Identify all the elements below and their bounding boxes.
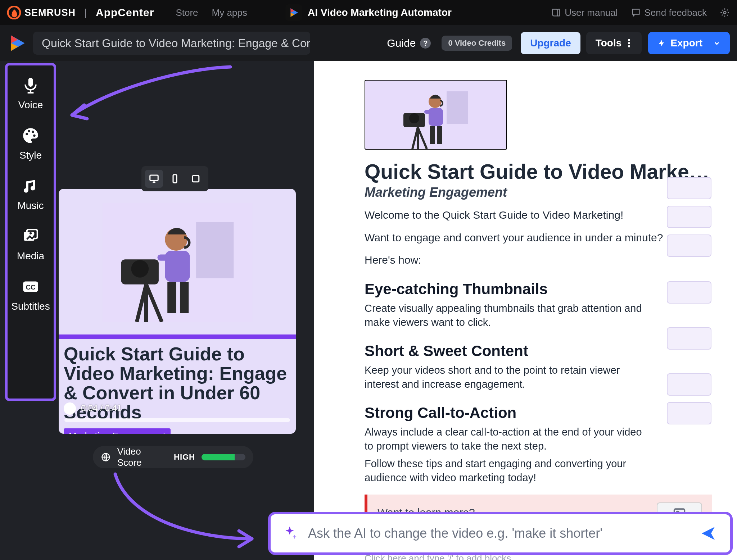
left-edit-rail: Voice Style Music Media CC Subtitles (5, 63, 56, 401)
hero-illustration (393, 81, 479, 149)
send-feedback-link[interactable]: Send feedback (631, 7, 707, 18)
doc-paragraph[interactable]: Follow these tips and start engaging and… (365, 457, 652, 485)
doc-paragraph[interactable]: Welcome to the Quick Start Guide to Vide… (365, 208, 663, 223)
nav-store[interactable]: Store (176, 7, 198, 18)
doc-paragraph[interactable]: Create visually appealing thumbnails tha… (365, 301, 652, 329)
ai-ask-input[interactable] (308, 526, 697, 541)
rail-media-label: Media (17, 250, 44, 262)
svg-rect-21 (150, 175, 158, 181)
rail-voice-label: Voice (18, 99, 43, 111)
guide-label: Guide (387, 37, 416, 49)
help-icon: ? (420, 38, 431, 49)
play-button-icon[interactable] (64, 402, 76, 415)
scene-thumbnail[interactable] (667, 177, 711, 199)
export-label: Export (670, 37, 702, 49)
semrush-logo: SEMRUSH | AppCenter (7, 6, 154, 19)
user-manual-link[interactable]: User manual (551, 7, 618, 18)
svg-rect-23 (193, 176, 199, 182)
video-score-pill: Video Score HIGH (93, 446, 253, 468)
video-preview-card[interactable]: Quick Start Guide to Video Marketing: En… (59, 189, 296, 434)
preview-tag: Marketing Engagement (64, 428, 171, 434)
rail-subtitles[interactable]: CC Subtitles (11, 278, 50, 312)
ai-send-button[interactable] (697, 522, 719, 545)
nav-my-apps[interactable]: My apps (212, 7, 247, 18)
svg-point-4 (724, 12, 726, 14)
appcenter-bar: SEMRUSH | AppCenter Store My apps AI Vid… (0, 0, 737, 25)
settings-gear-icon[interactable] (720, 8, 730, 18)
doc-heading[interactable]: Strong Call-to-Action (365, 404, 712, 422)
subtitles-cc-icon: CC (22, 278, 40, 296)
tools-button[interactable]: Tools (586, 32, 642, 54)
monitor-icon (149, 173, 159, 184)
device-square[interactable] (187, 170, 205, 188)
rail-style-label: Style (19, 150, 42, 161)
section-thumbnails-bottom (667, 281, 711, 424)
send-feedback-label: Send feedback (645, 7, 707, 18)
globe-icon (101, 452, 111, 462)
app-icon (7, 33, 27, 53)
doc-paragraph[interactable]: Here's how: (365, 253, 663, 268)
export-button[interactable]: Export (648, 32, 730, 54)
device-mobile[interactable] (166, 170, 184, 188)
chevron-down-icon (713, 40, 720, 47)
doc-paragraph[interactable]: Want to engage and convert your audience… (365, 231, 663, 245)
upgrade-label: Upgrade (530, 37, 571, 49)
svg-point-12 (26, 133, 28, 136)
rail-media[interactable]: Media (17, 227, 44, 262)
svg-point-8 (628, 39, 630, 41)
svg-rect-11 (28, 78, 33, 87)
chat-icon (631, 8, 641, 18)
rail-style[interactable]: Style (19, 127, 42, 161)
editor-toolbar: Quick Start Guide to Video Marketing: En… (0, 25, 737, 61)
doc-title[interactable]: Quick Start Guide to Video Marketing: … (365, 160, 712, 183)
upgrade-button[interactable]: Upgrade (521, 32, 580, 54)
scene-thumbnail[interactable] (667, 281, 711, 304)
doc-heading[interactable]: Eye-catching Thumbnails (365, 281, 712, 298)
scene-thumbnail[interactable] (667, 327, 711, 350)
phone-icon (169, 173, 180, 184)
svg-point-9 (628, 42, 630, 44)
preview-time: 0:04 / 0:41 (81, 403, 122, 413)
ai-ask-bar (268, 512, 733, 555)
doc-subtitle[interactable]: Marketing Engagement (365, 185, 712, 200)
project-title-input[interactable]: Quick Start Guide to Video Marketing: En… (33, 32, 310, 55)
device-desktop[interactable] (145, 170, 163, 188)
microphone-icon (22, 76, 40, 94)
preview-play-controls[interactable]: 0:04 / 0:41 (64, 403, 291, 414)
send-icon (700, 525, 717, 542)
section-thumbnails-top (667, 177, 711, 257)
square-icon (190, 173, 201, 184)
semrush-wordmark: SEMRUSH (24, 7, 76, 18)
preview-illustration (102, 203, 253, 322)
scene-thumbnail[interactable] (667, 206, 711, 228)
music-note-icon (22, 177, 40, 195)
doc-heading[interactable]: Short & Sweet Content (365, 342, 712, 360)
scene-thumbnail[interactable] (667, 235, 711, 257)
svg-point-15 (33, 135, 36, 137)
media-gallery-icon (22, 227, 40, 245)
preview-progress-track[interactable] (64, 418, 290, 422)
svg-rect-22 (173, 175, 177, 183)
palette-icon (22, 127, 40, 145)
scene-thumbnail[interactable] (667, 373, 711, 396)
book-icon (551, 8, 561, 18)
app-title-chip: AI Video Marketing Automator (285, 4, 452, 21)
more-vertical-icon (626, 38, 632, 48)
doc-paragraph[interactable]: Keep your videos short and to the point … (365, 363, 652, 391)
rail-voice[interactable]: Voice (18, 76, 43, 111)
video-credits-badge: 0 Video Credits (442, 36, 512, 51)
video-score-label: Video Score (117, 446, 167, 468)
video-score-meter (202, 454, 245, 460)
semrush-flame-icon (7, 6, 21, 19)
video-score-level: HIGH (174, 452, 195, 462)
doc-paragraph[interactable]: Always include a clear call-to-action at… (365, 425, 652, 453)
project-title-text: Quick Start Guide to Video Marketing: En… (42, 37, 310, 50)
scene-thumbnail[interactable] (667, 402, 711, 424)
appcenter-nav: Store My apps (176, 7, 247, 18)
svg-point-10 (628, 45, 630, 47)
guide-link[interactable]: Guide ? (387, 37, 431, 49)
hero-thumbnail[interactable] (365, 80, 507, 150)
rail-music-label: Music (17, 200, 44, 211)
rail-music[interactable]: Music (17, 177, 44, 211)
user-manual-label: User manual (565, 7, 618, 18)
